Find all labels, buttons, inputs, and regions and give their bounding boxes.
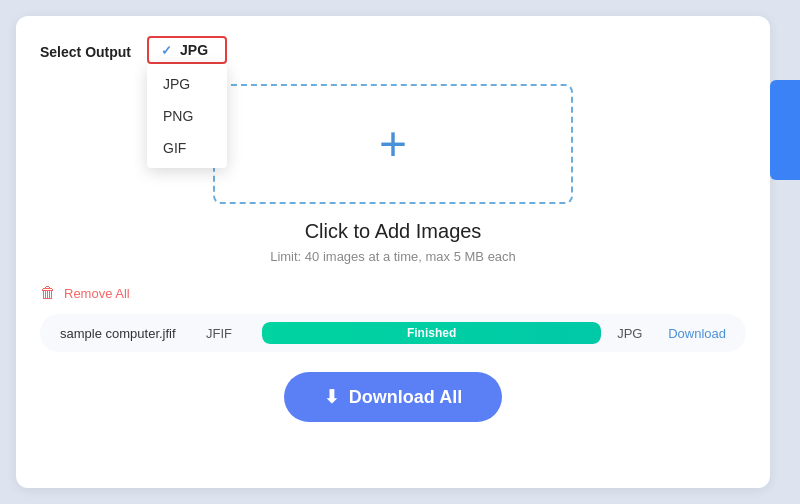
dropdown-wrapper[interactable]: ✓ JPG JPG PNG GIF xyxy=(147,36,227,64)
main-container: Select Output ✓ JPG JPG PNG GIF + Click … xyxy=(16,16,770,488)
output-format: JPG xyxy=(617,326,652,341)
download-btn-wrapper: ⬇ Download All xyxy=(40,372,746,422)
checkmark-icon: ✓ xyxy=(161,43,172,58)
file-name: sample computer.jfif xyxy=(60,326,190,341)
file-row: sample computer.jfif JFIF Finished JPG D… xyxy=(40,314,746,352)
sidebar-accent xyxy=(770,80,800,180)
plus-icon: + xyxy=(379,120,407,168)
header-row: Select Output ✓ JPG JPG PNG GIF xyxy=(40,36,746,64)
download-all-button[interactable]: ⬇ Download All xyxy=(284,372,502,422)
download-link[interactable]: Download xyxy=(668,326,726,341)
click-to-add-text: Click to Add Images xyxy=(40,220,746,243)
progress-bar-wrapper: Finished xyxy=(262,322,601,344)
remove-all-row: 🗑 Remove All xyxy=(40,284,746,302)
trash-icon: 🗑 xyxy=(40,284,56,302)
dropdown-item-gif[interactable]: GIF xyxy=(147,132,227,164)
dropdown-item-jpg[interactable]: JPG xyxy=(147,68,227,100)
dropdown-item-png[interactable]: PNG xyxy=(147,100,227,132)
dropdown-selected-value: JPG xyxy=(180,42,208,58)
progress-label: Finished xyxy=(407,326,456,340)
download-icon: ⬇ xyxy=(324,386,339,408)
progress-bar-fill: Finished xyxy=(262,322,601,344)
limit-text: Limit: 40 images at a time, max 5 MB eac… xyxy=(40,249,746,264)
input-format: JFIF xyxy=(206,326,246,341)
dropdown-trigger[interactable]: ✓ JPG xyxy=(147,36,227,64)
dropdown-menu: JPG PNG GIF xyxy=(147,64,227,168)
upload-area[interactable]: + xyxy=(213,84,573,204)
remove-all-button[interactable]: Remove All xyxy=(64,286,130,301)
select-output-label: Select Output xyxy=(40,44,131,60)
download-all-label: Download All xyxy=(349,387,462,408)
